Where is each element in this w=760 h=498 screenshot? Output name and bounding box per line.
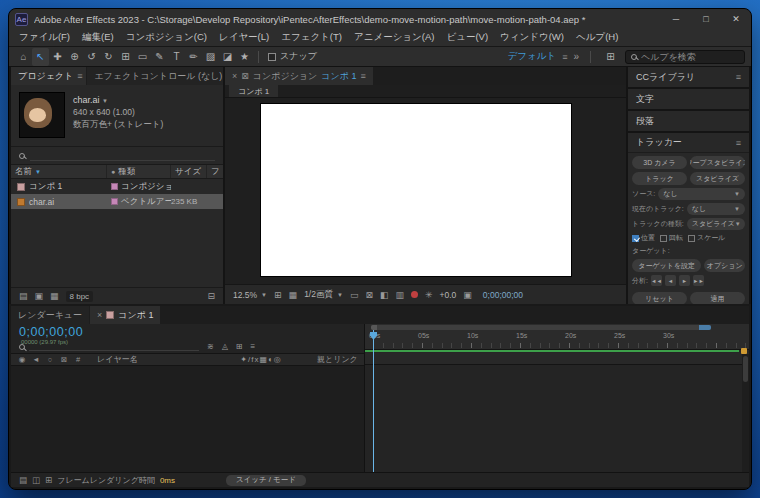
menu-layer[interactable]: レイヤー(L)	[213, 31, 275, 44]
current-track-dropdown[interactable]: なし ▼	[687, 203, 745, 215]
time-ruler[interactable]: 00s 05s 10s 15s 20s 25s 30s	[365, 324, 749, 350]
layer-list-area[interactable]	[11, 366, 364, 472]
gear-icon[interactable]: ✳	[425, 290, 433, 300]
audio-icon[interactable]: ◄	[31, 355, 41, 364]
menu-file[interactable]: ファイル(F)	[13, 31, 76, 44]
comp-mini-flowchart-icon[interactable]: ≋	[207, 342, 214, 352]
help-search-input[interactable]	[641, 52, 739, 62]
warp-stabilizer-button[interactable]: ワープスタビライズ	[690, 156, 745, 169]
edit-target-button[interactable]: ターゲットを設定	[632, 259, 701, 272]
selection-tool-icon[interactable]: ↖	[32, 48, 49, 66]
cc-libraries-panel[interactable]: CCライブラリ ≡	[628, 67, 749, 87]
work-area-end-handle[interactable]	[699, 325, 711, 330]
title-bar[interactable]: Ae Adobe After Effects 2023 - C:\Storage…	[9, 9, 751, 29]
lock-icon[interactable]: ⊠	[59, 355, 69, 364]
bit-depth-button[interactable]: 8 bpc	[66, 291, 94, 302]
analyze-forward-icon[interactable]: ►►	[693, 275, 704, 286]
draft-3d-icon[interactable]: ◬	[222, 342, 228, 352]
workspace-menu-icon[interactable]: ≡	[562, 52, 567, 62]
home-tool-icon[interactable]: ⌂	[15, 48, 32, 66]
scrollbar-thumb[interactable]	[743, 356, 748, 382]
region-of-interest-icon[interactable]: ▭	[350, 290, 359, 300]
close-button[interactable]: ✕	[721, 9, 751, 29]
delete-icon[interactable]: ⊟	[207, 291, 215, 301]
adjust-exposure-icon[interactable]	[411, 291, 418, 298]
solo-icon[interactable]: ○	[45, 355, 55, 364]
menu-view[interactable]: ビュー(V)	[440, 31, 494, 44]
checkbox-icon[interactable]	[660, 235, 667, 242]
orbit-tool-icon[interactable]: ↺	[83, 48, 100, 66]
tab-project[interactable]: プロジェクト ≡	[11, 67, 86, 85]
maximize-button[interactable]: □	[691, 9, 721, 29]
exposure-value[interactable]: +0.0	[440, 290, 457, 300]
pan-behind-tool-icon[interactable]: ⊞	[117, 48, 134, 66]
pen-tool-icon[interactable]: ✎	[151, 48, 168, 66]
project-search-input[interactable]	[30, 151, 215, 161]
timeline-scrollbar[interactable]	[742, 354, 749, 472]
checkbox-icon[interactable]	[688, 235, 695, 242]
switch-mode-button[interactable]: スイッチ / モード	[226, 475, 306, 486]
workspace-overflow-icon[interactable]: »	[573, 51, 579, 62]
close-tab-icon[interactable]: ×	[97, 310, 102, 320]
motion-blur-icon[interactable]: ≡	[251, 342, 256, 352]
scale-checkbox[interactable]: スケール	[688, 233, 726, 243]
workspace-grid-icon[interactable]: ⊞	[602, 48, 619, 66]
clone-stamp-tool-icon[interactable]: ▨	[202, 48, 219, 66]
layer-name-header[interactable]: レイヤー名	[97, 354, 205, 365]
column-type[interactable]: ● 種類	[107, 165, 171, 178]
interpret-footage-icon[interactable]: ▤	[19, 291, 28, 301]
panel-menu-icon[interactable]: ≡	[736, 72, 741, 82]
shape-tool-icon[interactable]: ▭	[134, 48, 151, 66]
analyze-step-forward-icon[interactable]: ►	[679, 275, 690, 286]
lock-icon[interactable]: ⊠	[241, 71, 249, 81]
track-type-dropdown[interactable]: スタビライズ ▼	[687, 218, 745, 230]
camera-view-icon[interactable]: ◧	[380, 290, 389, 300]
tab-effect-controls[interactable]: エフェクトコントロール (なし)	[87, 67, 223, 85]
tab-render-queue[interactable]: レンダーキュー	[11, 306, 89, 324]
viewer-tab-comp1[interactable]: コンポ 1	[229, 85, 278, 97]
close-tab-icon[interactable]: ×	[232, 71, 237, 81]
track-camera-button[interactable]: 3D カメラ	[632, 156, 687, 169]
tab-composition[interactable]: × ⊠ コンポジション コンポ 1 ≡	[225, 67, 373, 85]
expand-in-out-icon[interactable]: ⊞	[45, 475, 52, 485]
expand-layer-switches-icon[interactable]: ▤	[19, 475, 27, 485]
menu-composition[interactable]: コンポジション(C)	[120, 31, 213, 44]
zoom-selector[interactable]: 12.5% ▼	[233, 290, 267, 300]
character-panel[interactable]: 文字	[628, 89, 749, 109]
analyze-backward-icon[interactable]: ◄◄	[651, 275, 662, 286]
puppet-tool-icon[interactable]: ★	[236, 48, 253, 66]
parent-link-header[interactable]: 親とリンク	[317, 354, 364, 365]
composition-canvas[interactable]	[261, 104, 571, 276]
paragraph-panel[interactable]: 段落	[628, 111, 749, 131]
options-button[interactable]: オプション	[704, 259, 745, 272]
new-composition-icon[interactable]: ▦	[50, 291, 59, 301]
work-area-bar[interactable]	[371, 325, 711, 330]
chevron-down-icon[interactable]: ▼	[102, 98, 108, 104]
help-search[interactable]	[625, 50, 745, 64]
expand-transfer-controls-icon[interactable]: ◫	[32, 475, 40, 485]
tracker-header[interactable]: トラッカー ≡	[628, 133, 749, 153]
tab-timeline-comp1[interactable]: × コンポ 1	[90, 306, 160, 324]
menu-edit[interactable]: 編集(E)	[76, 31, 120, 44]
menu-animation[interactable]: アニメーション(A)	[348, 31, 441, 44]
zoom-tool-icon[interactable]: ⊕	[66, 48, 83, 66]
timeline-search[interactable]	[19, 344, 199, 351]
work-area-start-handle[interactable]	[371, 325, 377, 330]
workspace-selector[interactable]: デフォルト	[508, 50, 557, 63]
column-extra[interactable]: フ	[207, 165, 223, 178]
project-search[interactable]	[11, 147, 223, 165]
rotation-checkbox[interactable]: 回転	[660, 233, 683, 243]
panel-menu-icon[interactable]: ≡	[736, 138, 741, 148]
snapshot-icon[interactable]: ▣	[463, 290, 472, 300]
project-row-charai[interactable]: char.ai ベクトルアート 235 KB	[11, 194, 223, 209]
position-checkbox[interactable]: 位置	[632, 233, 655, 243]
snap-checkbox[interactable]	[268, 53, 276, 61]
analyze-step-back-icon[interactable]: ◄	[665, 275, 676, 286]
checkbox-icon[interactable]	[632, 235, 639, 242]
label-color-chip[interactable]	[111, 183, 118, 190]
project-row-comp1[interactable]: コンポ 1 コンポジション	[11, 179, 223, 194]
hand-tool-icon[interactable]: ✚	[49, 48, 66, 66]
stabilize-motion-button[interactable]: スタビライズ	[690, 172, 745, 185]
frame-blend-icon[interactable]: ⊞	[236, 342, 243, 352]
mask-visibility-icon[interactable]: ▦	[289, 290, 298, 300]
